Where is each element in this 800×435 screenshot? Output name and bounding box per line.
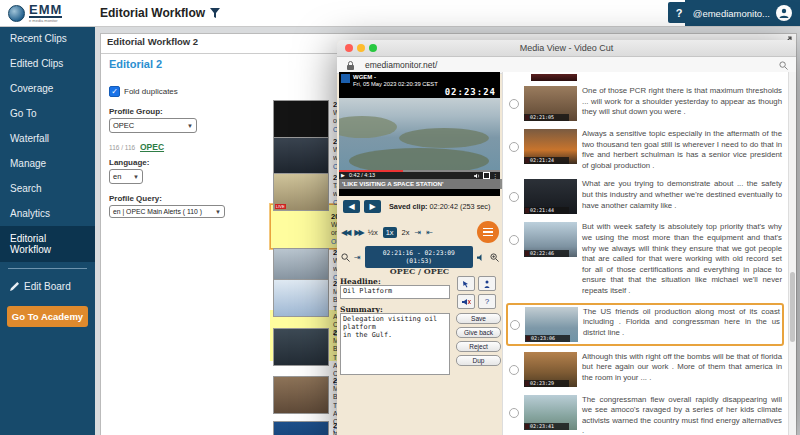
- minimize-icon[interactable]: [357, 44, 365, 52]
- globe-icon: [8, 5, 25, 22]
- transcript-thumbnail[interactable]: 02:22:46: [524, 222, 577, 257]
- opec-link[interactable]: OPEC: [140, 142, 164, 152]
- transcript-radio[interactable]: [509, 365, 519, 375]
- give-back-button[interactable]: Give back: [456, 327, 501, 338]
- reject-button[interactable]: Reject: [456, 341, 501, 352]
- transcript-row[interactable]: 02:21:44 What are you trying to demonstr…: [507, 177, 784, 216]
- rewind-button[interactable]: ◀◀: [341, 228, 349, 237]
- transcript-radio[interactable]: [509, 192, 519, 202]
- summary-field[interactable]: Delegation visiting oil platform in the …: [340, 313, 450, 375]
- fast-forward-button[interactable]: ▶▶: [354, 228, 362, 237]
- save-button[interactable]: Save: [456, 313, 501, 324]
- clip-thumbnail[interactable]: LIVE: [273, 173, 329, 211]
- transcript-row[interactable]: 02:21:05 One of those PCR right there is…: [507, 84, 784, 123]
- transcript-radio[interactable]: [509, 235, 519, 245]
- jump-to-start-button[interactable]: ⇤: [426, 228, 433, 237]
- sidebar-item-waterfall[interactable]: Waterfall: [0, 126, 95, 151]
- next-clip-button[interactable]: ▶: [364, 200, 381, 213]
- cursor-hand-icon-button[interactable]: [457, 276, 475, 291]
- transcript-row-selected[interactable]: 02:23:06 The US friends oil production a…: [506, 303, 784, 346]
- transcript-row[interactable]: 02:23:29 Although this with right off th…: [507, 350, 784, 389]
- close-icon[interactable]: [345, 44, 353, 52]
- clip-thumbnail[interactable]: [273, 376, 329, 414]
- language-select[interactable]: en ▼: [109, 169, 143, 184]
- previous-clip-button[interactable]: ◀: [343, 200, 360, 213]
- transcript-thumbnail[interactable]: 02:23:06: [525, 307, 578, 342]
- live-badge: LIVE: [275, 204, 286, 209]
- transcript-radio[interactable]: [509, 99, 519, 109]
- transcript-scrollbar[interactable]: [788, 72, 796, 435]
- transcript-row[interactable]: 02:22:46 But with week safety is absolut…: [507, 220, 784, 298]
- volume-icon[interactable]: [474, 173, 480, 179]
- modal-titlebar[interactable]: Media View - Video Cut: [337, 40, 796, 57]
- top-bar: EMM e media monitor Editorial Workflow ?…: [0, 0, 800, 27]
- transcript-thumbnail[interactable]: 02:21:44: [524, 179, 577, 214]
- scrollbar-thumb[interactable]: [790, 272, 795, 342]
- go-to-academy-button[interactable]: Go To Academy: [7, 306, 88, 327]
- clip-thumbnail[interactable]: GET THE APP: [273, 421, 329, 435]
- user-menu[interactable]: @emediamonito...: [685, 0, 800, 26]
- headline-field[interactable]: Oil Platform: [340, 285, 450, 299]
- mark-in-icon[interactable]: ⇥: [354, 253, 361, 262]
- board-name-link[interactable]: Editorial 2: [109, 58, 162, 70]
- sidebar-item-coverage[interactable]: Coverage: [0, 76, 95, 101]
- thumb-timestamp: 02:22:46: [524, 250, 569, 257]
- search-icon[interactable]: [779, 61, 788, 70]
- modal-title: Media View - Video Cut: [337, 40, 796, 56]
- transcript-radio[interactable]: [509, 142, 519, 152]
- menu-button[interactable]: [477, 221, 499, 243]
- sidebar-item-recent-clips[interactable]: Recent Clips: [0, 26, 95, 51]
- sidebar-item-go-to[interactable]: Go To: [0, 101, 95, 126]
- profile-group-select[interactable]: OPEC ▼: [109, 118, 197, 133]
- transcript-thumbnail[interactable]: 02:23:41: [524, 395, 577, 430]
- profile-query-label: Profile Query:: [109, 194, 197, 203]
- profile-query-select[interactable]: en | OPEC Main Alerts ( 110 ) ▼: [109, 205, 225, 218]
- overflow-menu-icon[interactable]: ⋮: [493, 173, 499, 179]
- clip-thumbnail[interactable]: [273, 100, 329, 138]
- zoom-in-icon[interactable]: [490, 253, 499, 262]
- sidebar-item-search[interactable]: Search: [0, 176, 95, 201]
- sidebar-item-analytics[interactable]: Analytics: [0, 201, 95, 226]
- transcript-thumbnail[interactable]: 02:23:29: [524, 352, 577, 387]
- sidebar-item-manage[interactable]: Manage: [0, 151, 95, 176]
- clip-thumbnail[interactable]: [273, 328, 329, 366]
- speed-2x-button[interactable]: 2x: [402, 228, 410, 237]
- transcript-radio[interactable]: [510, 320, 520, 330]
- dup-button[interactable]: Dup: [456, 355, 501, 366]
- thumb-timestamp: 02:23:29: [524, 380, 569, 387]
- clip-thumbnail[interactable]: [273, 279, 329, 317]
- play-icon[interactable]: ▶: [341, 172, 345, 178]
- profile-group-label: Profile Group:: [109, 107, 197, 116]
- announce-icon-button[interactable]: [457, 294, 475, 309]
- thumb-timestamp: 02:21:44: [524, 207, 569, 214]
- video-controls-bar[interactable]: ▶ 0:42 / 4:13 ⋮: [339, 170, 500, 179]
- clip-thumbnail[interactable]: [273, 137, 329, 175]
- person-icon-button[interactable]: [478, 276, 496, 291]
- transcript-thumbnail[interactable]: 02:21:05: [524, 86, 577, 121]
- speed-half-button[interactable]: ½x: [368, 228, 378, 237]
- transcript-row[interactable]: 02:21:24 Always a sensitive topic especi…: [507, 127, 784, 173]
- transcript-radio[interactable]: [509, 408, 519, 418]
- transcript-row[interactable]: 02:23:41 The congressman flew overall ra…: [507, 393, 784, 435]
- edit-board-button[interactable]: Edit Board: [0, 275, 95, 298]
- clip-duration: (01:53): [369, 257, 469, 265]
- pencil-icon: [10, 282, 19, 291]
- fullscreen-icon[interactable]: [483, 172, 490, 179]
- player-header: WGEM - Fri, 05 May 2023 02:20:39 CEST 02…: [339, 72, 500, 98]
- broadcast-datetime: Fri, 05 May 2023 02:20:39 CEST: [353, 81, 438, 87]
- station-name: WGEM -: [353, 74, 376, 80]
- video-player[interactable]: WGEM - Fri, 05 May 2023 02:20:39 CEST 02…: [339, 72, 500, 196]
- video-frame[interactable]: [339, 98, 500, 170]
- fold-duplicates-checkbox[interactable]: ✓: [109, 86, 120, 97]
- sidebar-item-edited-clips[interactable]: Edited Clips: [0, 51, 95, 76]
- speed-1x-button[interactable]: 1x: [383, 227, 397, 238]
- help-icon-button[interactable]: ?: [478, 294, 496, 309]
- transcript-thumbnail[interactable]: 02:21:24: [524, 129, 577, 164]
- jump-to-end-button[interactable]: ⇥: [414, 228, 421, 237]
- sidebar-item-editorial-workflow[interactable]: Editorial Workflow: [0, 226, 95, 262]
- avatar: [776, 5, 792, 21]
- volume-icon[interactable]: [477, 253, 486, 262]
- maximize-icon[interactable]: [369, 44, 377, 52]
- zoom-out-icon[interactable]: [341, 253, 350, 262]
- filter-funnel-icon[interactable]: [210, 8, 220, 18]
